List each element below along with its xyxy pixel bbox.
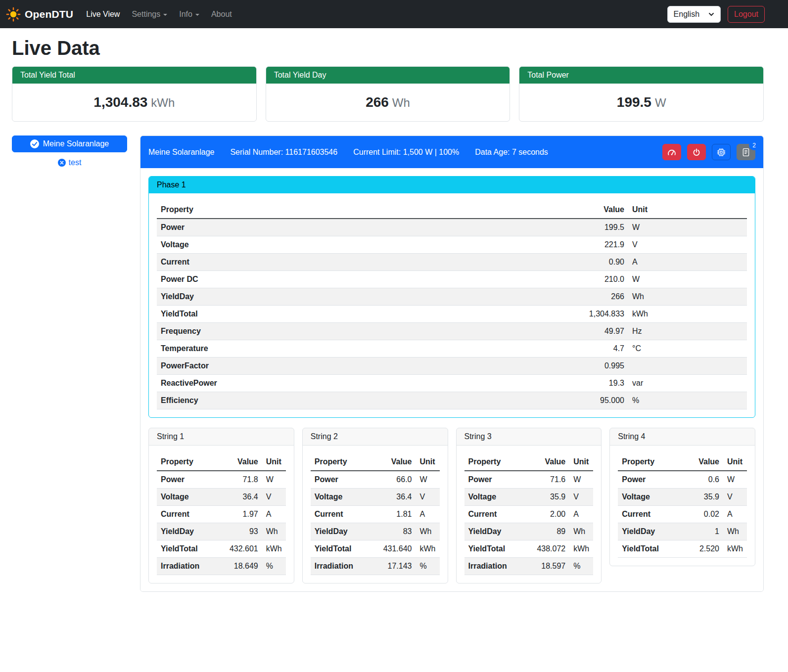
property-name: Current (464, 506, 533, 523)
language-select[interactable]: English (667, 6, 721, 23)
table-header-row: Property Value Unit (157, 453, 286, 471)
property-unit: W (569, 471, 593, 489)
test-remove-link[interactable]: test (12, 158, 127, 167)
property-unit: W (262, 471, 286, 489)
phase-table-body: Power 199.5 W Voltage 221.9 V Current 0.… (157, 219, 747, 409)
language-select-value: English (674, 10, 699, 19)
sun-icon (6, 7, 21, 22)
column-header-property: Property (464, 453, 533, 471)
property-unit: kWh (262, 540, 286, 558)
table-row: YieldDay 1 Wh (618, 523, 747, 540)
property-name: YieldDay (157, 288, 585, 306)
property-name: Power (157, 219, 585, 236)
property-name: ReactivePower (157, 375, 585, 392)
nav-item-about[interactable]: About (207, 6, 236, 23)
table-header-row: Property Value Unit (618, 453, 747, 471)
property-unit: W (628, 219, 747, 236)
inverter-serial: Serial Number: 116171603546 (230, 148, 337, 157)
column-header-unit: Unit (723, 453, 747, 471)
nav-item-settings[interactable]: Settings (128, 6, 171, 23)
brand[interactable]: OpenDTU (6, 7, 73, 22)
table-row: Irradiation 18.649 % (157, 558, 286, 575)
property-unit: A (569, 506, 593, 523)
property-value: 266 (585, 288, 628, 306)
property-value: 19.3 (585, 375, 628, 392)
property-value: 18.649 (226, 558, 262, 575)
event-log-button[interactable]: 2 (737, 144, 755, 160)
property-name: Current (618, 506, 695, 523)
property-value: 0.995 (585, 358, 628, 375)
table-row: YieldTotal 431.640 kWh (311, 540, 440, 558)
property-value: 71.8 (226, 471, 262, 489)
property-unit (628, 358, 747, 375)
table-row: Current 1.97 A (157, 506, 286, 523)
property-unit: W (628, 271, 747, 288)
navbar: OpenDTU Live View Settings Info About En… (0, 0, 788, 28)
property-name: YieldDay (311, 523, 379, 540)
nav-item-info[interactable]: Info (175, 6, 203, 23)
property-name: Voltage (464, 489, 533, 506)
nav-item-live-view[interactable]: Live View (82, 6, 124, 23)
string-card-1: String 1 Property Value Unit (148, 428, 294, 583)
table-header-row: Property Value Unit (311, 453, 440, 471)
chevron-down-icon (163, 14, 167, 16)
table-row: ReactivePower 19.3 var (157, 375, 747, 392)
phase-table-head: Property Value Unit (157, 201, 747, 219)
table-row: YieldTotal 1,304.833 kWh (157, 306, 747, 323)
property-name: Power (464, 471, 533, 489)
property-value: 83 (379, 523, 416, 540)
brand-text: OpenDTU (25, 8, 73, 20)
property-name: YieldTotal (311, 540, 379, 558)
property-unit: A (628, 254, 747, 271)
table-row: Voltage 36.4 V (157, 489, 286, 506)
table-row: YieldDay 89 Wh (464, 523, 594, 540)
table-row: Voltage 35.9 V (464, 489, 594, 506)
inverter-data-age: Data Age: 7 seconds (475, 148, 548, 157)
property-name: Power (157, 471, 226, 489)
table-row: Voltage 221.9 V (157, 236, 747, 254)
summary-card-total-power: Total Power 199.5W (519, 66, 764, 122)
string-card-title: String 1 (149, 428, 294, 446)
table-row: YieldDay 83 Wh (311, 523, 440, 540)
table-row: Power 0.6 W (618, 471, 747, 489)
property-value: 95.000 (585, 392, 628, 409)
table-row: YieldDay 266 Wh (157, 288, 747, 306)
string-table: Property Value Unit Power 71.8 W Voltage… (157, 453, 286, 575)
property-unit: Wh (723, 523, 747, 540)
column-header-property: Property (157, 453, 226, 471)
property-value: 93 (226, 523, 262, 540)
property-name: YieldTotal (157, 306, 585, 323)
table-row: Voltage 35.9 V (618, 489, 747, 506)
property-unit: Wh (628, 288, 747, 306)
property-value: 0.6 (695, 471, 723, 489)
logout-button[interactable]: Logout (728, 6, 765, 23)
property-value: 35.9 (695, 489, 723, 506)
property-value: 4.7 (585, 340, 628, 358)
power-button[interactable] (687, 144, 706, 160)
property-value: 210.0 (585, 271, 628, 288)
event-count-badge: 2 (749, 140, 759, 150)
column-header-unit: Unit (569, 453, 593, 471)
column-header-value: Value (695, 453, 723, 471)
table-row: Current 2.00 A (464, 506, 594, 523)
property-value: 71.6 (533, 471, 569, 489)
property-name: Current (311, 506, 379, 523)
property-value: 431.640 (379, 540, 416, 558)
property-name: Voltage (157, 489, 226, 506)
string-table-head: Property Value Unit (311, 453, 440, 471)
property-value: 1,304.833 (585, 306, 628, 323)
property-value: 1 (695, 523, 723, 540)
device-info-button[interactable] (712, 144, 731, 160)
property-name: YieldTotal (157, 540, 226, 558)
table-row: YieldTotal 432.601 kWh (157, 540, 286, 558)
column-header-value: Value (533, 453, 569, 471)
table-row: Current 0.02 A (618, 506, 747, 523)
property-value: 438.072 (533, 540, 569, 558)
property-name: Frequency (157, 323, 585, 340)
journal-icon (742, 148, 750, 157)
property-unit: V (262, 489, 286, 506)
string-card-body: Property Value Unit Power 71.6 W Voltage… (457, 446, 602, 583)
limit-settings-button[interactable] (662, 144, 681, 160)
inverter-select-button[interactable]: Meine Solaranlage (12, 135, 127, 152)
content-row: Meine Solaranlage test Meine Solaranlage… (12, 135, 764, 592)
